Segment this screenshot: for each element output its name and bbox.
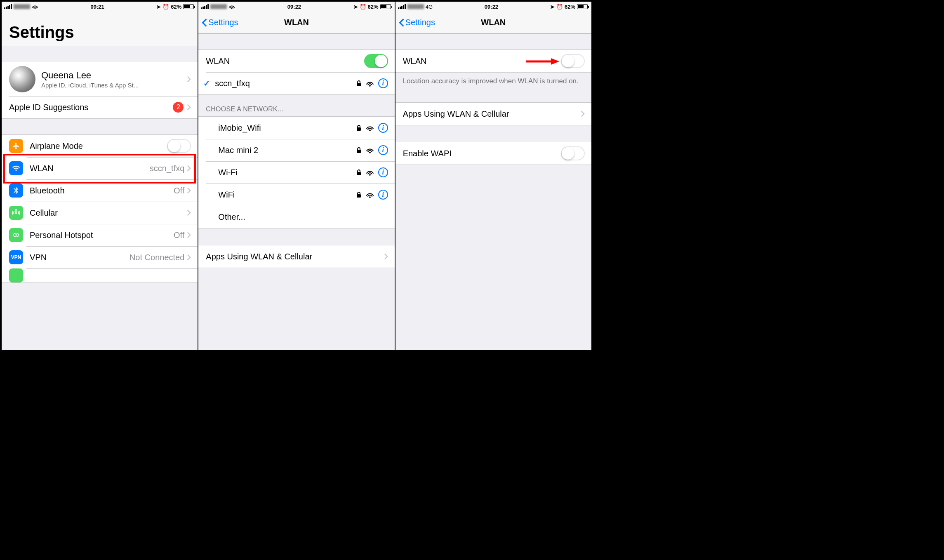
battery-pct: 62% — [171, 4, 181, 10]
carrier-icon — [9, 268, 23, 282]
network-row[interactable]: WiFii — [198, 184, 394, 206]
connected-network-row[interactable]: ✓ sccn_tfxq i — [198, 72, 394, 94]
wifi-signal-icon — [366, 80, 374, 87]
network-type: 4G — [426, 4, 433, 10]
battery-icon — [380, 4, 392, 9]
network-name: iMobie_Wifi — [218, 123, 261, 133]
wlan-toggle[interactable] — [364, 54, 388, 68]
carrier-name — [14, 4, 30, 9]
hotspot-detail: Off — [174, 231, 184, 240]
badge: 2 — [173, 102, 184, 113]
vpn-row[interactable]: VPN VPN Not Connected — [2, 246, 198, 268]
airplane-toggle[interactable] — [167, 139, 191, 153]
network-row[interactable]: Mac mini 2i — [198, 139, 394, 161]
vpn-detail: Not Connected — [129, 253, 184, 262]
svg-marker-5 — [551, 58, 559, 65]
wlan-label: WLAN — [30, 164, 54, 173]
wlan-on-screen: 09:22 ➤ ⏰ 62% Settings WLAN WLAN ✓ sccn_… — [198, 2, 395, 350]
hotspot-row[interactable]: Personal Hotspot Off — [2, 224, 198, 246]
wifi-signal-icon — [366, 125, 374, 131]
vpn-icon: VPN — [9, 250, 23, 264]
info-icon[interactable]: i — [378, 123, 388, 133]
location-icon: ➤ — [156, 4, 161, 10]
enable-wapi-label: Enable WAPI — [403, 149, 452, 158]
lock-icon — [356, 169, 362, 176]
location-icon: ➤ — [550, 4, 555, 10]
cellular-label: Cellular — [30, 208, 58, 218]
apps-using-row[interactable]: Apps Using WLAN & Cellular — [395, 103, 591, 125]
apple-id-row[interactable]: Queena Lee Apple ID, iCloud, iTunes & Ap… — [2, 62, 198, 96]
carrier-row-partial[interactable] — [2, 268, 198, 282]
profile-name: Queena Lee — [41, 70, 187, 81]
info-icon[interactable]: i — [378, 190, 388, 200]
wlan-toggle-row: WLAN — [395, 50, 591, 72]
wapi-toggle[interactable] — [561, 146, 585, 160]
network-name: Wi-Fi — [218, 168, 238, 177]
wlan-row[interactable]: WLAN sccn_tfxq — [2, 157, 198, 179]
apple-id-suggestions-label: Apple ID Suggestions — [9, 103, 88, 112]
back-button[interactable]: Settings — [399, 18, 435, 27]
back-label: Settings — [208, 18, 238, 27]
info-icon[interactable]: i — [378, 145, 388, 155]
chevron-icon — [187, 209, 191, 216]
airplane-mode-row[interactable]: Airplane Mode — [2, 135, 198, 157]
wlan-footer: Location accuracy is improved when WLAN … — [395, 73, 591, 90]
wifi-signal-icon — [366, 169, 374, 176]
enable-wapi-row: Enable WAPI — [395, 142, 591, 165]
lock-icon — [356, 80, 362, 87]
cellular-row[interactable]: Cellular — [2, 202, 198, 224]
wifi-signal-icon — [366, 191, 374, 198]
network-row[interactable]: iMobie_Wifii — [198, 117, 394, 139]
nav-bar: Settings WLAN — [198, 12, 394, 34]
avatar — [9, 66, 35, 92]
battery-pct: 62% — [368, 4, 379, 10]
back-button[interactable]: Settings — [202, 18, 238, 27]
other-network-row[interactable]: Other... — [198, 206, 394, 228]
network-name: sccn_tfxq — [215, 79, 250, 88]
svg-point-3 — [16, 234, 19, 237]
wifi-icon — [9, 161, 23, 175]
status-bar: 09:22 ➤ ⏰ 62% — [198, 2, 394, 12]
other-label: Other... — [218, 212, 245, 222]
wlan-toggle-label: WLAN — [206, 56, 230, 66]
wifi-icon — [228, 4, 235, 9]
info-icon[interactable]: i — [378, 167, 388, 177]
wifi-icon — [32, 4, 38, 9]
lock-icon — [356, 191, 362, 198]
carrier-name — [407, 4, 424, 9]
wlan-toggle-label: WLAN — [403, 56, 427, 66]
alarm-icon: ⏰ — [360, 4, 366, 10]
chevron-icon — [187, 76, 191, 82]
nav-bar: Settings WLAN — [395, 12, 591, 34]
battery-pct: 62% — [565, 4, 575, 10]
bluetooth-label: Bluetooth — [30, 186, 65, 195]
airplane-label: Airplane Mode — [30, 141, 83, 151]
arrow-annotation — [526, 57, 559, 66]
signal-icon — [398, 4, 406, 9]
wifi-signal-icon — [366, 147, 374, 153]
chevron-icon — [384, 253, 388, 260]
choose-network-header: CHOOSE A NETWORK... — [198, 95, 394, 116]
network-name: Mac mini 2 — [218, 146, 258, 155]
cellular-icon — [9, 206, 23, 220]
alarm-icon: ⏰ — [162, 4, 169, 10]
status-time: 09:21 — [91, 4, 104, 10]
apple-id-suggestions-row[interactable]: Apple ID Suggestions 2 — [2, 96, 198, 118]
settings-screen: 09:21 ➤ ⏰ 62% Settings Queena Lee Apple … — [2, 2, 198, 350]
network-name: WiFi — [218, 190, 235, 200]
network-row[interactable]: Wi-Fii — [198, 161, 394, 184]
chevron-icon — [187, 232, 191, 238]
status-time: 09:22 — [485, 4, 498, 10]
wlan-toggle[interactable] — [561, 54, 585, 68]
location-icon: ➤ — [353, 4, 358, 10]
svg-point-2 — [13, 234, 16, 237]
lock-icon — [356, 147, 362, 153]
bluetooth-row[interactable]: Bluetooth Off — [2, 179, 198, 202]
wlan-detail: sccn_tfxq — [150, 164, 184, 173]
info-icon[interactable]: i — [378, 78, 388, 88]
status-bar: 4G 09:22 ➤ ⏰ 62% — [395, 2, 591, 12]
apps-using-row[interactable]: Apps Using WLAN & Cellular — [198, 245, 394, 268]
battery-icon — [577, 4, 589, 9]
apps-using-label: Apps Using WLAN & Cellular — [206, 252, 312, 261]
chevron-icon — [187, 187, 191, 194]
